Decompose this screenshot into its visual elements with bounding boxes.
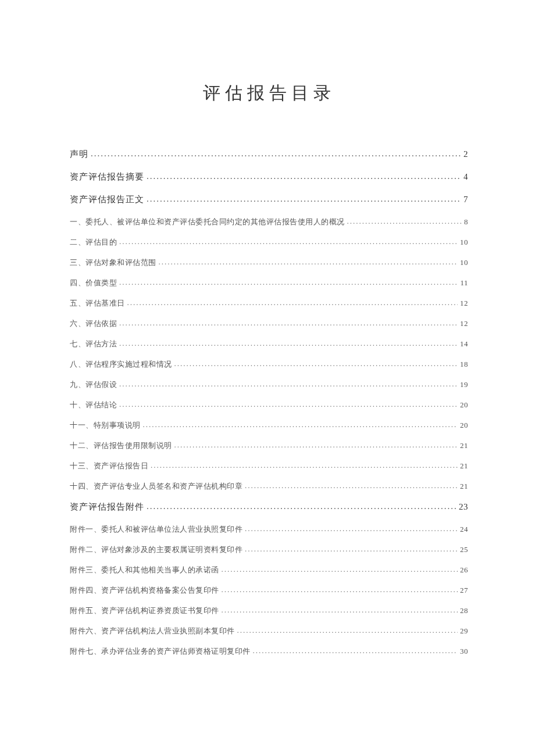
toc-entry: 附件七、承办评估业务的资产评估师资格证明复印件30 bbox=[70, 646, 468, 657]
toc-leader-dots bbox=[119, 379, 458, 389]
toc-leader-dots bbox=[237, 626, 458, 635]
toc-entry-page: 19 bbox=[460, 380, 468, 389]
toc-entry: 四、价值类型11 bbox=[70, 278, 468, 288]
toc-entry-page: 23 bbox=[459, 502, 468, 512]
toc-entry-page: 7 bbox=[463, 195, 468, 205]
toc-leader-dots bbox=[174, 359, 458, 368]
toc-entry-label: 九、评估假设 bbox=[70, 379, 117, 390]
toc-entry-page: 26 bbox=[460, 565, 468, 575]
toc-entry-label: 八、评估程序实施过程和情况 bbox=[70, 359, 172, 370]
toc-leader-dots bbox=[347, 217, 462, 226]
toc-entry: 六、评估依据12 bbox=[70, 318, 468, 329]
toc-leader-dots bbox=[119, 318, 458, 328]
toc-entry-label: 附件四、资产评估机构资格备案公告复印件 bbox=[70, 585, 219, 596]
toc-entry-label: 十四、资产评估专业人员签名和资产评估机构印章 bbox=[70, 481, 242, 492]
toc-entry: 十、评估结论20 bbox=[70, 400, 468, 410]
toc-entry: 十一、特别事项说明20 bbox=[70, 420, 468, 431]
toc-entry-label: 十一、特别事项说明 bbox=[70, 420, 141, 431]
toc-entry: 七、评估方法14 bbox=[70, 339, 468, 349]
toc-entry-label: 四、价值类型 bbox=[70, 278, 117, 288]
toc-leader-dots bbox=[245, 544, 458, 554]
page-title: 评估报告目录 bbox=[70, 81, 468, 105]
toc-entry-page: 28 bbox=[460, 606, 468, 615]
toc-entry-label: 附件六、资产评估机构法人营业执照副本复印件 bbox=[70, 626, 235, 636]
toc-entry-page: 14 bbox=[460, 339, 468, 349]
toc-entry-label: 资产评估报告摘要 bbox=[70, 171, 144, 182]
toc-leader-dots bbox=[119, 237, 458, 246]
table-of-contents: 声明2资产评估报告摘要4资产评估报告正文7一、委托人、被评估单位和资产评估委托合… bbox=[70, 149, 468, 657]
toc-leader-dots bbox=[119, 400, 458, 409]
toc-entry: 附件六、资产评估机构法人营业执照副本复印件29 bbox=[70, 626, 468, 636]
toc-entry: 附件二、评估对象涉及的主要权属证明资料复印件25 bbox=[70, 544, 468, 555]
toc-entry-page: 20 bbox=[460, 400, 468, 410]
toc-leader-dots bbox=[253, 646, 458, 655]
toc-leader-dots bbox=[245, 481, 458, 490]
toc-leader-dots bbox=[222, 565, 458, 574]
toc-entry-page: 10 bbox=[460, 238, 468, 247]
toc-entry-page: 11 bbox=[460, 278, 468, 288]
toc-entry-label: 资产评估报告附件 bbox=[70, 501, 144, 513]
toc-entry-label: 附件一、委托人和被评估单位法人营业执照复印件 bbox=[70, 524, 242, 535]
toc-leader-dots bbox=[222, 605, 458, 615]
toc-entry: 九、评估假设19 bbox=[70, 379, 468, 390]
toc-entry: 三、评估对象和评估范围10 bbox=[70, 257, 468, 268]
toc-entry-label: 附件二、评估对象涉及的主要权属证明资料复印件 bbox=[70, 544, 242, 555]
toc-entry: 十二、评估报告使用限制说明21 bbox=[70, 440, 468, 451]
toc-leader-dots bbox=[159, 257, 458, 267]
toc-entry-label: 十、评估结论 bbox=[70, 400, 117, 410]
toc-entry-label: 附件五、资产评估机构证券资质证书复印件 bbox=[70, 605, 219, 616]
toc-entry: 附件四、资产评估机构资格备案公告复印件27 bbox=[70, 585, 468, 596]
toc-entry-page: 8 bbox=[464, 217, 468, 227]
toc-entry: 二、评估目的10 bbox=[70, 237, 468, 248]
toc-entry-label: 一、委托人、被评估单位和资产评估委托合同约定的其他评估报告使用人的概况 bbox=[70, 217, 345, 227]
toc-entry-label: 三、评估对象和评估范围 bbox=[70, 257, 156, 268]
toc-leader-dots bbox=[143, 420, 458, 429]
toc-leader-dots bbox=[147, 501, 456, 511]
toc-entry-page: 12 bbox=[460, 319, 468, 328]
toc-entry: 十四、资产评估专业人员签名和资产评估机构印章21 bbox=[70, 481, 468, 492]
toc-leader-dots bbox=[245, 524, 458, 533]
toc-entry: 附件三、委托人和其他相关当事人的承诺函26 bbox=[70, 565, 468, 575]
toc-entry: 附件一、委托人和被评估单位法人营业执照复印件24 bbox=[70, 524, 468, 535]
toc-entry: 十三、资产评估报告日21 bbox=[70, 461, 468, 471]
toc-entry-label: 六、评估依据 bbox=[70, 318, 117, 329]
toc-entry-page: 25 bbox=[460, 545, 468, 554]
toc-leader-dots bbox=[151, 461, 458, 470]
toc-entry: 附件五、资产评估机构证券资质证书复印件28 bbox=[70, 605, 468, 616]
toc-entry-label: 十二、评估报告使用限制说明 bbox=[70, 440, 172, 451]
toc-entry-page: 21 bbox=[460, 461, 468, 471]
toc-leader-dots bbox=[119, 278, 458, 287]
toc-entry-page: 29 bbox=[460, 626, 468, 636]
toc-entry-page: 21 bbox=[460, 482, 468, 491]
toc-entry: 一、委托人、被评估单位和资产评估委托合同约定的其他评估报告使用人的概况8 bbox=[70, 217, 468, 227]
toc-entry: 资产评估报告附件23 bbox=[70, 501, 468, 513]
toc-entry-label: 二、评估目的 bbox=[70, 237, 117, 248]
toc-entry: 资产评估报告正文7 bbox=[70, 194, 468, 205]
toc-entry-page: 27 bbox=[460, 586, 468, 595]
toc-entry: 资产评估报告摘要4 bbox=[70, 171, 468, 182]
toc-leader-dots bbox=[119, 339, 458, 348]
toc-entry-page: 20 bbox=[460, 421, 468, 430]
toc-leader-dots bbox=[147, 171, 461, 181]
toc-entry-page: 10 bbox=[460, 258, 468, 267]
toc-entry-page: 4 bbox=[463, 172, 468, 182]
toc-entry: 声明2 bbox=[70, 149, 468, 160]
toc-entry-page: 12 bbox=[460, 299, 468, 308]
toc-entry: 五、评估基准日12 bbox=[70, 298, 468, 309]
toc-leader-dots bbox=[127, 298, 458, 307]
toc-entry: 八、评估程序实施过程和情况18 bbox=[70, 359, 468, 370]
toc-entry-label: 资产评估报告正文 bbox=[70, 194, 144, 205]
toc-entry-label: 五、评估基准日 bbox=[70, 298, 125, 309]
toc-entry-page: 21 bbox=[460, 441, 468, 450]
toc-entry-page: 2 bbox=[463, 149, 468, 159]
toc-leader-dots bbox=[174, 440, 458, 450]
toc-entry-label: 声明 bbox=[70, 149, 88, 160]
toc-entry-page: 18 bbox=[460, 360, 468, 369]
toc-leader-dots bbox=[222, 585, 458, 594]
toc-entry-label: 附件七、承办评估业务的资产评估师资格证明复印件 bbox=[70, 646, 251, 657]
toc-entry-page: 30 bbox=[460, 647, 468, 656]
toc-leader-dots bbox=[91, 149, 461, 159]
toc-entry-page: 24 bbox=[460, 525, 468, 534]
toc-entry-label: 十三、资产评估报告日 bbox=[70, 461, 148, 471]
toc-leader-dots bbox=[147, 194, 461, 204]
